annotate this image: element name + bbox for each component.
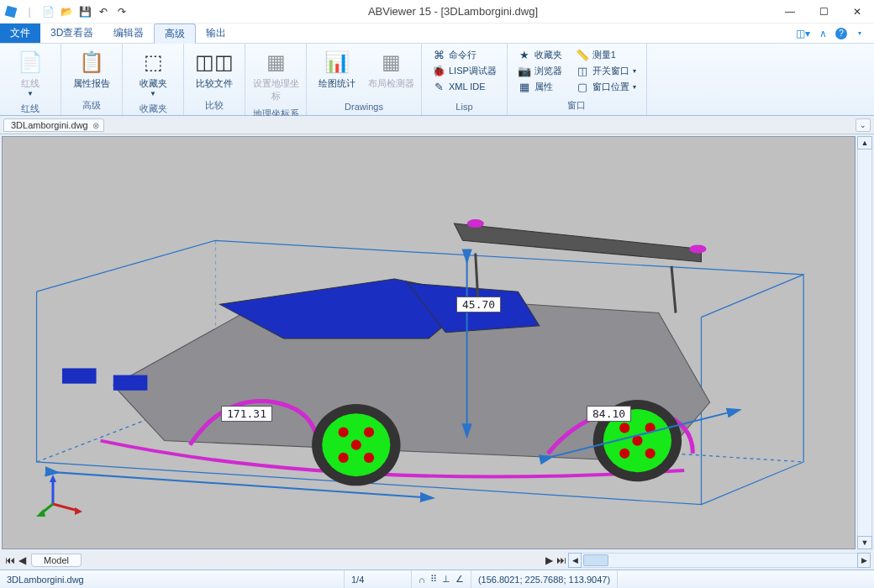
scroll-track[interactable] bbox=[857, 150, 872, 536]
favorites-panel-button[interactable]: ★收藏夹 bbox=[514, 47, 566, 62]
ruler-icon: 📏 bbox=[576, 48, 589, 61]
svg-point-14 bbox=[364, 453, 374, 463]
favorites-button[interactable]: ⬚ 收藏夹 ▼ bbox=[128, 45, 178, 101]
svg-point-11 bbox=[339, 427, 349, 437]
chevron-down-icon: ▾ bbox=[633, 67, 636, 75]
scroll-down-icon[interactable]: ▼ bbox=[857, 536, 872, 549]
svg-rect-0 bbox=[5, 5, 18, 18]
app-icon[interactable] bbox=[3, 4, 18, 19]
svg-line-30 bbox=[53, 504, 78, 511]
vertical-scrollbar[interactable]: ▲ ▼ bbox=[857, 136, 872, 549]
tab-nav-last-icon[interactable]: ⏭ bbox=[555, 554, 568, 566]
redo-icon[interactable]: ↷ bbox=[114, 4, 129, 19]
redline-icon: 📄 bbox=[17, 49, 44, 76]
new-icon[interactable]: 📄 bbox=[40, 4, 55, 19]
status-page: 1/4 bbox=[345, 570, 412, 588]
snap-grid-icon[interactable]: ⠿ bbox=[430, 574, 437, 585]
tab-dropdown-button[interactable]: ⌄ bbox=[856, 118, 871, 132]
compare-icon: ◫◫ bbox=[201, 49, 228, 76]
layout-tab-bar: ⏮ ◀ Model ▶ ⏭ ◀ ▶ bbox=[0, 551, 874, 570]
svg-point-18 bbox=[619, 423, 629, 433]
ribbon-body: 📄 红线 ▼ 红线 📋 属性报告 高级 ⬚ 收藏夹 ▼ 收藏夹 bbox=[0, 44, 874, 116]
close-button[interactable]: ✕ bbox=[840, 0, 874, 24]
svg-rect-23 bbox=[62, 368, 97, 383]
camera-icon: 📷 bbox=[518, 64, 531, 77]
dimension-length: 171.31 bbox=[221, 406, 272, 422]
save-icon[interactable]: 💾 bbox=[77, 4, 92, 19]
collapse-ribbon-icon[interactable]: ∧ bbox=[815, 26, 830, 41]
window-position-button[interactable]: ▢窗口位置 ▾ bbox=[572, 79, 640, 94]
undo-icon[interactable]: ↶ bbox=[96, 4, 111, 19]
report-icon: 📋 bbox=[78, 49, 105, 76]
snap-magnet-icon[interactable]: ∩ bbox=[419, 575, 425, 585]
open-icon[interactable]: 📂 bbox=[59, 4, 74, 19]
model-tab[interactable]: Model bbox=[31, 554, 82, 567]
xml-icon: ✎ bbox=[432, 80, 445, 93]
svg-point-13 bbox=[339, 453, 349, 463]
close-tab-icon[interactable]: ⊗ bbox=[91, 121, 101, 131]
tab-file[interactable]: 文件 bbox=[0, 24, 40, 43]
status-snap-icons: ∩ ⠿ ⊥ ∠ bbox=[412, 570, 471, 588]
scroll-track[interactable] bbox=[582, 553, 857, 568]
maximize-button[interactable]: ☐ bbox=[807, 0, 840, 24]
compare-files-button[interactable]: ◫◫ 比较文件 bbox=[189, 45, 240, 93]
group-favorites: ⬚ 收藏夹 ▼ 收藏夹 bbox=[123, 44, 184, 115]
window-title: ABViewer 15 - [3DLamborgini.dwg] bbox=[133, 5, 773, 18]
tab-editor[interactable]: 编辑器 bbox=[103, 24, 154, 43]
toggle-window-button[interactable]: ◫开关窗口 ▾ bbox=[572, 63, 640, 78]
horizontal-scrollbar[interactable]: ◀ ▶ bbox=[568, 553, 871, 568]
layout-icon[interactable]: ◫▾ bbox=[795, 26, 810, 41]
layout-detector-button[interactable]: ▦ 布局检测器 bbox=[366, 45, 416, 93]
measure1-button[interactable]: 📏测量1 bbox=[572, 47, 640, 62]
browser-button[interactable]: 📷浏览器 bbox=[514, 63, 566, 78]
chevron-down-icon: ▼ bbox=[150, 90, 156, 97]
xml-ide-button[interactable]: ✎XML IDE bbox=[429, 79, 500, 94]
layout-detector-icon: ▦ bbox=[377, 49, 404, 76]
stats-icon: 📊 bbox=[324, 49, 350, 76]
document-tab-bar: 3DLamborgini.dwg ⊗ ⌄ bbox=[0, 116, 874, 134]
tab-nav-next-icon[interactable]: ▶ bbox=[544, 554, 555, 566]
svg-point-21 bbox=[645, 449, 656, 459]
chevron-down-icon: ▼ bbox=[27, 90, 34, 97]
3d-viewport[interactable]: 171.31 45.70 84.10 bbox=[2, 136, 856, 549]
group-advanced: 📋 属性报告 高级 bbox=[61, 44, 123, 115]
svg-marker-29 bbox=[50, 475, 56, 482]
group-lisp: ⌘命令行 🐞LISP调试器 ✎XML IDE Lisp bbox=[422, 44, 508, 115]
commandline-button[interactable]: ⌘命令行 bbox=[429, 47, 500, 62]
tab-advanced[interactable]: 高级 bbox=[154, 24, 196, 44]
group-redline: 📄 红线 ▼ 红线 bbox=[0, 44, 61, 115]
dimension-height: 45.70 bbox=[456, 297, 501, 312]
svg-point-7 bbox=[467, 219, 484, 228]
tab-nav-first-icon[interactable]: ⏮ bbox=[3, 554, 17, 566]
scroll-up-icon[interactable]: ▲ bbox=[857, 136, 872, 150]
document-tab[interactable]: 3DLamborgini.dwg ⊗ bbox=[3, 118, 104, 132]
help-dropdown-icon[interactable]: ▾ bbox=[852, 26, 867, 41]
model-render bbox=[3, 137, 855, 549]
window-controls: — ☐ ✕ bbox=[773, 0, 874, 24]
snap-angle-icon[interactable]: ∠ bbox=[455, 574, 464, 585]
properties-button[interactable]: ▦属性 bbox=[514, 79, 566, 94]
tab-nav-prev-icon[interactable]: ◀ bbox=[17, 554, 28, 566]
scroll-right-icon[interactable]: ▶ bbox=[857, 553, 871, 568]
favorites-icon: ⬚ bbox=[140, 49, 166, 76]
redline-button[interactable]: 📄 红线 ▼ bbox=[5, 45, 55, 101]
snap-ortho-icon[interactable]: ⊥ bbox=[442, 574, 450, 585]
scroll-left-icon[interactable]: ◀ bbox=[568, 553, 582, 568]
minimize-button[interactable]: — bbox=[773, 0, 807, 24]
axis-gizmo[interactable] bbox=[36, 470, 87, 523]
help-icon[interactable]: ? bbox=[835, 28, 847, 39]
lisp-debugger-button[interactable]: 🐞LISP调试器 bbox=[429, 63, 500, 78]
drawing-stats-button[interactable]: 📊 绘图统计 bbox=[312, 45, 362, 93]
chevron-down-icon: ▾ bbox=[633, 83, 636, 91]
bug-icon: 🐞 bbox=[432, 64, 445, 77]
quick-access-toolbar: | 📄 📂 💾 ↶ ↷ bbox=[0, 4, 133, 19]
grid-icon: ▦ bbox=[518, 80, 531, 93]
tab-3dviewer[interactable]: 3D查看器 bbox=[40, 24, 103, 43]
tab-output[interactable]: 输出 bbox=[196, 24, 236, 43]
qat-separator: | bbox=[22, 4, 37, 19]
window-icon: ◫ bbox=[576, 64, 589, 77]
viewport-container: 171.31 45.70 84.10 ▲ ▼ bbox=[0, 134, 874, 551]
set-geo-coords-button[interactable]: ▦ 设置地理坐标 bbox=[250, 45, 301, 106]
property-report-button[interactable]: 📋 属性报告 bbox=[66, 45, 117, 93]
scroll-thumb[interactable] bbox=[583, 554, 608, 566]
